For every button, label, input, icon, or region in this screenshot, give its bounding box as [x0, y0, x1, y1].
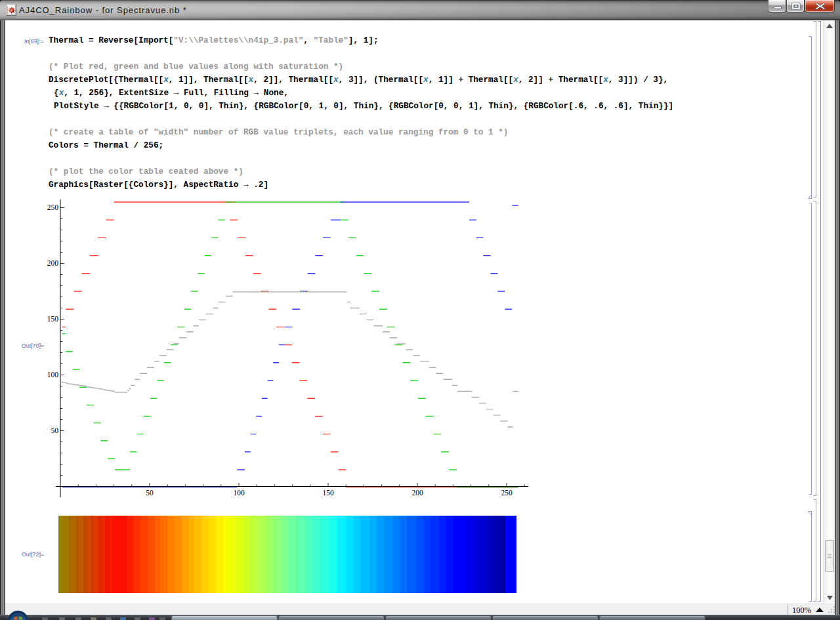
svg-text:250: 250 [47, 203, 59, 211]
svg-text:200: 200 [47, 259, 59, 267]
svg-text:250: 250 [501, 489, 513, 497]
svg-text:150: 150 [47, 315, 59, 323]
svg-text:50: 50 [51, 426, 59, 434]
svg-text:100: 100 [233, 489, 245, 497]
svg-text:100: 100 [47, 371, 59, 379]
svg-text:150: 150 [322, 489, 334, 497]
svg-text:50: 50 [146, 489, 154, 497]
svg-text:200: 200 [411, 489, 423, 497]
